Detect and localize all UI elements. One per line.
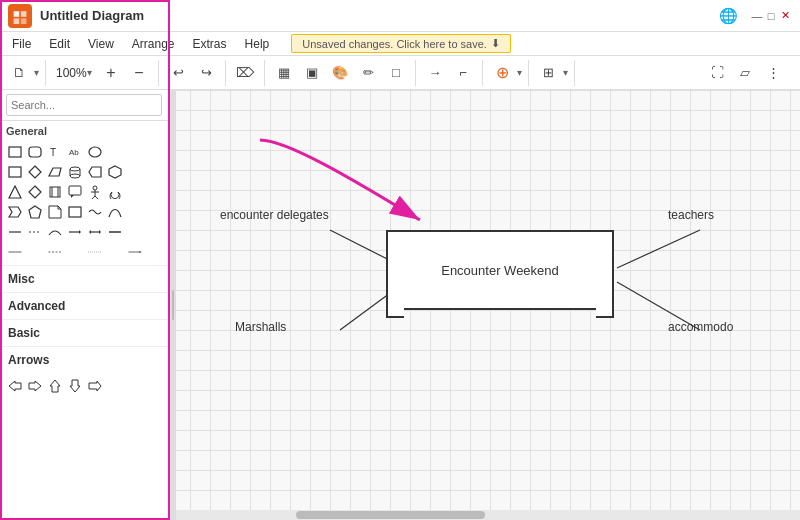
delete-button[interactable]: ⌦ xyxy=(232,60,258,86)
svg-rect-1 xyxy=(29,147,41,157)
toolbar-edit-group: ⌦ xyxy=(232,60,265,86)
insert-button[interactable]: ⊕ xyxy=(489,60,515,86)
scrollbar-thumb[interactable] xyxy=(296,511,485,519)
shape-rect3[interactable] xyxy=(66,203,84,221)
horizontal-scrollbar[interactable] xyxy=(170,510,800,520)
shape-dash-line[interactable] xyxy=(46,243,64,261)
format-button[interactable]: ▦ xyxy=(271,60,297,86)
shape-rtriangle[interactable] xyxy=(26,183,44,201)
new-button[interactable]: 🗋 xyxy=(6,60,32,86)
shape-empty7 xyxy=(146,183,164,201)
fullscreen-button[interactable]: ⛶ xyxy=(704,60,730,86)
shape-parallelogram[interactable] xyxy=(46,163,64,181)
shape-hexagon[interactable] xyxy=(106,163,124,181)
svg-marker-7 xyxy=(49,168,61,176)
redo-button[interactable]: ↪ xyxy=(193,60,219,86)
svg-marker-27 xyxy=(29,206,41,218)
shape-dot-line[interactable] xyxy=(86,243,104,261)
menu-arrange[interactable]: Arrange xyxy=(124,35,183,53)
shape-chevron[interactable] xyxy=(6,203,24,221)
shape-callout[interactable] xyxy=(66,183,84,201)
format2-button[interactable]: ▣ xyxy=(299,60,325,86)
shape-crescent[interactable] xyxy=(106,183,124,201)
shape-step[interactable] xyxy=(86,163,104,181)
shape-actor[interactable] xyxy=(86,183,104,201)
svg-point-11 xyxy=(70,174,80,178)
shape-curve2[interactable] xyxy=(46,223,64,241)
zoom-in-button[interactable]: + xyxy=(98,60,124,86)
shape-curve[interactable] xyxy=(106,203,124,221)
section-advanced[interactable]: Advanced xyxy=(0,292,168,319)
close-button[interactable]: ✕ xyxy=(778,9,792,23)
label-marshalls: Marshalls xyxy=(235,320,286,334)
shape-solid-line[interactable] xyxy=(6,243,24,261)
pen-button[interactable]: ✏ xyxy=(355,60,381,86)
svg-text:Ab: Ab xyxy=(69,148,79,157)
save-notice[interactable]: Unsaved changes. Click here to save. ⬇ xyxy=(291,34,511,53)
shape-pentagon[interactable] xyxy=(26,203,44,221)
svg-marker-49 xyxy=(89,381,101,391)
sidebar-resize-handle[interactable] xyxy=(170,90,176,520)
shape-rounded-rect[interactable] xyxy=(26,143,44,161)
shape-process[interactable] xyxy=(46,183,64,201)
shape-wave[interactable] xyxy=(86,203,104,221)
toolbar-connect-group: → ⌐ xyxy=(422,60,483,86)
shape-label[interactable]: Ab xyxy=(66,143,84,161)
toolbar: 🗋 ▾ 100% ▾ + − ↩ ↪ ⌦ ▦ ▣ 🎨 ✏ □ → ⌐ ⊕ ▾ ⊞… xyxy=(0,56,800,90)
svg-line-25 xyxy=(95,196,98,199)
arrow-right2[interactable] xyxy=(86,377,104,395)
svg-marker-44 xyxy=(140,251,142,253)
canvas-area[interactable]: Encounter Weekend encounter delegates Ma… xyxy=(170,90,800,520)
svg-point-8 xyxy=(70,167,80,171)
shape-empty9 xyxy=(146,203,164,221)
undo-button[interactable]: ↩ xyxy=(165,60,191,86)
shape-rect[interactable] xyxy=(6,143,24,161)
shape-cylinder[interactable] xyxy=(66,163,84,181)
minimize-button[interactable]: — xyxy=(750,9,764,23)
menu-extras[interactable]: Extras xyxy=(185,35,235,53)
shape-connector[interactable] xyxy=(106,223,124,241)
shape-triangle[interactable] xyxy=(6,183,24,201)
arrow-shape-grid xyxy=(0,373,168,399)
zoom-out-button[interactable]: − xyxy=(126,60,152,86)
grid-button[interactable]: ⋮ xyxy=(760,60,786,86)
maximize-button[interactable]: □ xyxy=(764,9,778,23)
section-arrows[interactable]: Arrows xyxy=(0,346,168,373)
shape-line1[interactable] xyxy=(6,223,24,241)
table-button[interactable]: ⊞ xyxy=(535,60,561,86)
svg-rect-0 xyxy=(9,147,21,157)
menu-view[interactable]: View xyxy=(80,35,122,53)
arrow-left[interactable] xyxy=(6,377,24,395)
menu-file[interactable]: File xyxy=(4,35,39,53)
arrow-down[interactable] xyxy=(66,377,84,395)
globe-icon: 🌐 xyxy=(719,7,738,25)
shape-bidir[interactable] xyxy=(86,223,104,241)
shape-arrow1[interactable] xyxy=(66,223,84,241)
connect-button[interactable]: → xyxy=(422,60,448,86)
shape-text[interactable]: T xyxy=(46,143,64,161)
shape-dline[interactable] xyxy=(26,223,44,241)
shape-button[interactable]: □ xyxy=(383,60,409,86)
section-basic[interactable]: Basic xyxy=(0,319,168,346)
search-input[interactable] xyxy=(6,94,162,116)
menu-edit[interactable]: Edit xyxy=(41,35,78,53)
shape-ellipse[interactable] xyxy=(86,143,104,161)
svg-rect-19 xyxy=(69,186,81,195)
svg-marker-48 xyxy=(70,380,80,392)
panel-button[interactable]: ▱ xyxy=(732,60,758,86)
shape-diamond[interactable] xyxy=(26,163,44,181)
section-misc[interactable]: Misc xyxy=(0,265,168,292)
color-button[interactable]: 🎨 xyxy=(327,60,353,86)
download-icon: ⬇ xyxy=(491,37,500,50)
encounter-weekend-node[interactable]: Encounter Weekend xyxy=(400,230,600,310)
menu-help[interactable]: Help xyxy=(237,35,278,53)
arrow-up[interactable] xyxy=(46,377,64,395)
waypoint-button[interactable]: ⌐ xyxy=(450,60,476,86)
shape-rect2[interactable] xyxy=(6,163,24,181)
svg-line-24 xyxy=(92,196,95,199)
shape-arrow-line[interactable] xyxy=(126,243,144,261)
shapes-section-label: General xyxy=(0,121,168,139)
shape-note[interactable] xyxy=(46,203,64,221)
toolbar-format-group: ▦ ▣ 🎨 ✏ □ xyxy=(271,60,416,86)
arrow-right[interactable] xyxy=(26,377,44,395)
